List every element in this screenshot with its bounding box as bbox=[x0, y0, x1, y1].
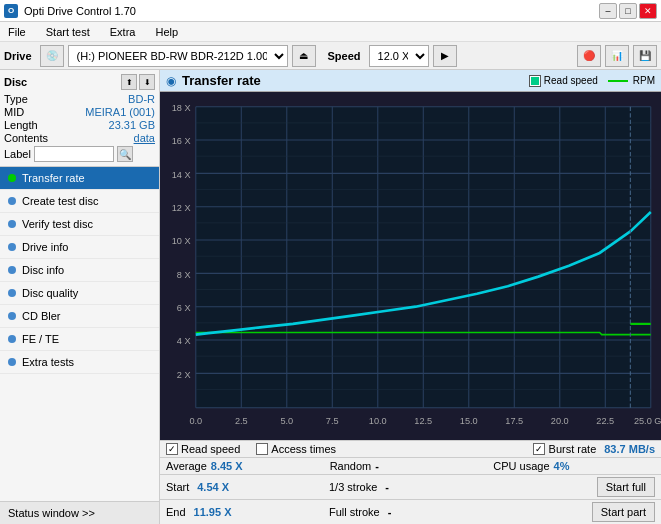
toolbar-icon2[interactable]: 📊 bbox=[605, 45, 629, 67]
nav-fe-te[interactable]: FE / TE bbox=[0, 328, 159, 351]
nav-dot-bler bbox=[8, 312, 16, 320]
average-value: 8.45 X bbox=[211, 460, 243, 472]
menu-help[interactable]: Help bbox=[151, 25, 182, 39]
start-part-container: Start part bbox=[492, 502, 655, 522]
svg-text:17.5: 17.5 bbox=[505, 415, 523, 426]
label-input[interactable] bbox=[34, 146, 114, 162]
drive-label: Drive bbox=[4, 50, 32, 62]
chart-area: ◉ Transfer rate Read speed RPM bbox=[160, 70, 661, 524]
svg-text:12 X: 12 X bbox=[172, 202, 192, 213]
cb-read-speed: ✓ Read speed bbox=[166, 443, 240, 455]
speed-go-btn[interactable]: ▶ bbox=[433, 45, 457, 67]
type-label: Type bbox=[4, 93, 28, 105]
menu-extra[interactable]: Extra bbox=[106, 25, 140, 39]
svg-text:12.5: 12.5 bbox=[414, 415, 432, 426]
nav-cd-bler[interactable]: CD Bler bbox=[0, 305, 159, 328]
legend-read-speed: Read speed bbox=[529, 75, 598, 87]
menu-file[interactable]: File bbox=[4, 25, 30, 39]
cb-burst-rate-value: 83.7 MB/s bbox=[604, 443, 655, 455]
status-window-btn[interactable]: Status window >> bbox=[0, 501, 159, 524]
cb-access-times-box[interactable] bbox=[256, 443, 268, 455]
nav-verify-test-disc[interactable]: Verify test disc bbox=[0, 213, 159, 236]
disc-section: Disc ⬆ ⬇ Type BD-R MID MEIRA1 (001) Leng… bbox=[0, 70, 159, 167]
toolbar-icon3[interactable]: 💾 bbox=[633, 45, 657, 67]
mid-label: MID bbox=[4, 106, 24, 118]
label-label: Label bbox=[4, 148, 31, 160]
titlebar: O Opti Drive Control 1.70 – □ ✕ bbox=[0, 0, 661, 22]
start-row: Start 4.54 X bbox=[166, 477, 329, 497]
nav-create-test-disc[interactable]: Create test disc bbox=[0, 190, 159, 213]
nav-disc-info[interactable]: Disc info bbox=[0, 259, 159, 282]
chart-svg: 18 X 16 X 14 X 12 X 10 X 8 X 6 X 4 X 2 X… bbox=[160, 96, 661, 440]
label-go-btn[interactable]: 🔍 bbox=[117, 146, 133, 162]
cb-access-times-label: Access times bbox=[271, 443, 336, 455]
close-button[interactable]: ✕ bbox=[639, 3, 657, 19]
svg-text:8 X: 8 X bbox=[177, 268, 191, 279]
full-stroke-value: - bbox=[388, 506, 392, 518]
nav-dot-quality bbox=[8, 289, 16, 297]
svg-text:4 X: 4 X bbox=[177, 335, 191, 346]
full-stroke-row: Full stroke - bbox=[329, 502, 492, 522]
cpu-value: 4% bbox=[554, 460, 570, 472]
nav-dot-extra bbox=[8, 358, 16, 366]
chart-legend: Read speed RPM bbox=[529, 75, 655, 87]
average-label: Average bbox=[166, 460, 207, 472]
svg-text:10 X: 10 X bbox=[172, 235, 192, 246]
start-full-button[interactable]: Start full bbox=[597, 477, 655, 497]
nav-label-fe-te: FE / TE bbox=[22, 333, 59, 345]
contents-value[interactable]: data bbox=[134, 132, 155, 144]
cb-read-speed-box[interactable]: ✓ bbox=[166, 443, 178, 455]
start-value: 4.54 X bbox=[197, 481, 229, 493]
disc-title: Disc bbox=[4, 76, 27, 88]
speed-select[interactable]: 12.0 X ∨ bbox=[369, 45, 429, 67]
stroke-1-3-label: 1/3 stroke bbox=[329, 481, 377, 493]
drive-icon-btn[interactable]: 💿 bbox=[40, 45, 64, 67]
eject-button[interactable]: ⏏ bbox=[292, 45, 316, 67]
speed-label: Speed bbox=[328, 50, 361, 62]
checkbox-row: ✓ Read speed Access times ✓ Burst rate 8… bbox=[160, 440, 661, 457]
svg-text:15.0: 15.0 bbox=[460, 415, 478, 426]
start-part-button[interactable]: Start part bbox=[592, 502, 655, 522]
cb-burst-rate-box[interactable]: ✓ bbox=[533, 443, 545, 455]
status-window-label: Status window >> bbox=[8, 507, 95, 519]
stats-bar-3: End 11.95 X Full stroke - Start part bbox=[160, 499, 661, 524]
disc-icon-btn1[interactable]: ⬆ bbox=[121, 74, 137, 90]
nav-extra-tests[interactable]: Extra tests bbox=[0, 351, 159, 374]
nav-label-disc-quality: Disc quality bbox=[22, 287, 78, 299]
chart-svg-container: 18 X 16 X 14 X 12 X 10 X 8 X 6 X 4 X 2 X… bbox=[160, 92, 661, 440]
minimize-button[interactable]: – bbox=[599, 3, 617, 19]
legend-rpm-line bbox=[608, 80, 628, 82]
nav-drive-info[interactable]: Drive info bbox=[0, 236, 159, 259]
nav-disc-quality[interactable]: Disc quality bbox=[0, 282, 159, 305]
random-value: - bbox=[375, 460, 379, 472]
legend-read-speed-checkbox bbox=[529, 75, 541, 87]
toolbar-icon1[interactable]: 🔴 bbox=[577, 45, 601, 67]
nav-label-create-test-disc: Create test disc bbox=[22, 195, 98, 207]
nav-label-drive-info: Drive info bbox=[22, 241, 68, 253]
cpu-label: CPU usage bbox=[493, 460, 549, 472]
cb-burst-rate-label: Burst rate bbox=[549, 443, 597, 455]
drive-select[interactable]: (H:) PIONEER BD-RW BDR-212D 1.00 bbox=[68, 45, 288, 67]
disc-header: Disc ⬆ ⬇ bbox=[4, 74, 155, 90]
disc-contents-row: Contents data bbox=[4, 132, 155, 144]
svg-text:2.5: 2.5 bbox=[235, 415, 248, 426]
disc-icon-btn2[interactable]: ⬇ bbox=[139, 74, 155, 90]
cb-read-speed-label: Read speed bbox=[181, 443, 240, 455]
svg-text:20.0: 20.0 bbox=[551, 415, 569, 426]
nav-items: Transfer rate Create test disc Verify te… bbox=[0, 167, 159, 501]
disc-mid-row: MID MEIRA1 (001) bbox=[4, 106, 155, 118]
nav-transfer-rate[interactable]: Transfer rate bbox=[0, 167, 159, 190]
nav-dot-verify bbox=[8, 220, 16, 228]
svg-text:22.5: 22.5 bbox=[596, 415, 614, 426]
average-row: Average 8.45 X bbox=[166, 460, 328, 472]
nav-dot-drive bbox=[8, 243, 16, 251]
full-stroke-label: Full stroke bbox=[329, 506, 380, 518]
svg-text:5.0: 5.0 bbox=[280, 415, 293, 426]
stats-bar-2: Start 4.54 X 1/3 stroke - Start full bbox=[160, 474, 661, 499]
nav-dot-disc-info bbox=[8, 266, 16, 274]
maximize-button[interactable]: □ bbox=[619, 3, 637, 19]
legend-read-speed-label: Read speed bbox=[544, 75, 598, 86]
burst-rate-group: ✓ Burst rate 83.7 MB/s bbox=[533, 443, 655, 455]
disc-length-row: Length 23.31 GB bbox=[4, 119, 155, 131]
menu-start-test[interactable]: Start test bbox=[42, 25, 94, 39]
